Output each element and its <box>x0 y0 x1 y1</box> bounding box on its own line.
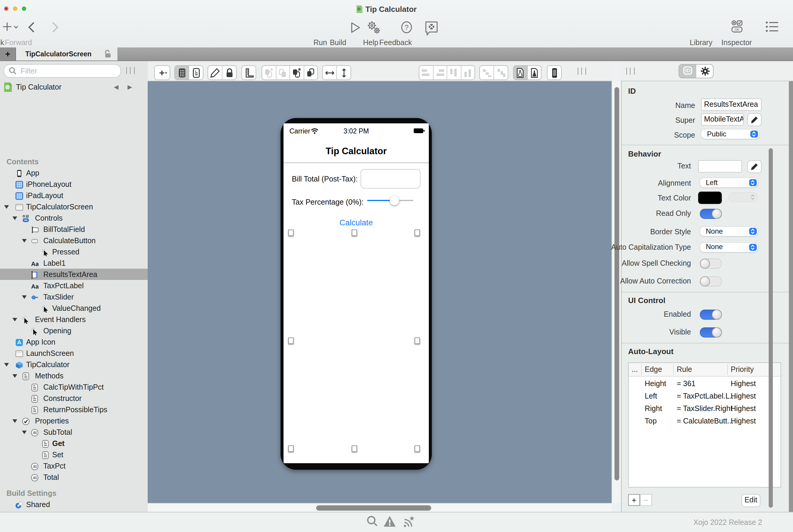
disclosure-down-icon[interactable] <box>13 216 17 220</box>
editor-toolbar-grip-icon[interactable] <box>578 68 586 75</box>
feed-button[interactable] <box>403 515 415 530</box>
tree-item-taxpct[interactable]: .01TaxPct <box>0 460 148 472</box>
super-edit-button[interactable] <box>747 113 761 126</box>
selection-handle[interactable] <box>288 445 294 452</box>
text-edit-button[interactable] <box>747 160 761 173</box>
horizontal-scroll-thumb[interactable] <box>316 505 431 510</box>
tab-inspector-gear[interactable] <box>696 64 713 77</box>
constraint-left-priority[interactable]: Highest <box>731 392 756 400</box>
tree-item-taxpctlabel[interactable]: AaTaxPctLabel <box>0 280 148 291</box>
tree-item-tipcalculatorscreen[interactable]: TipCalculatorScreen <box>0 201 148 212</box>
constraint-top-rule[interactable]: = CalculateButt... <box>677 417 733 425</box>
selection-handle[interactable] <box>415 337 420 344</box>
tree-item-billtotalfield[interactable]: BillTotalField <box>0 224 148 235</box>
constraint-top-edge[interactable]: Top <box>645 417 657 425</box>
tree-item-launchscreen[interactable]: LaunchScreen <box>0 347 148 359</box>
layout-view-button[interactable] <box>175 66 189 79</box>
alignment-dropdown[interactable]: Left <box>700 178 758 187</box>
insert-button[interactable] <box>2 21 21 34</box>
space-horizontal-button[interactable] <box>480 66 493 79</box>
tree-item-controls[interactable]: OKControls <box>0 212 148 224</box>
vertical-scroll-thumb[interactable] <box>614 87 619 480</box>
selection-handle[interactable] <box>288 337 294 344</box>
tree-item-event-handlers[interactable]: Event Handlers <box>0 314 148 325</box>
tree-item-subtotal[interactable]: .01SubTotal <box>0 426 148 438</box>
tree-item-shared[interactable]: Shared <box>0 499 148 510</box>
selection-handle[interactable] <box>288 229 294 236</box>
tab-tipcalculatorscreen[interactable]: TipCalculatorScreen <box>16 48 118 60</box>
name-field[interactable]: ResultsTextArea <box>701 98 761 111</box>
constraint-right-edge[interactable]: Right <box>645 404 662 413</box>
layout-canvas[interactable]: Carrier 3:02 PM Tip Calculator Bill Tota… <box>148 81 611 503</box>
equal-height-button[interactable] <box>336 66 351 79</box>
tree-item-tipcalculator[interactable]: TipCalculator <box>0 359 148 370</box>
disclosure-down-icon[interactable] <box>22 296 27 299</box>
space-vertical-button[interactable] <box>493 66 508 79</box>
tree-item-pressed[interactable]: Pressed <box>0 246 148 258</box>
constraint-height-priority[interactable]: Highest <box>731 380 756 388</box>
zoom-button[interactable] <box>22 6 26 11</box>
bill-total-field[interactable] <box>361 169 420 189</box>
order-back-button[interactable] <box>276 66 289 79</box>
search-project-button[interactable] <box>366 515 378 530</box>
tree-item-constructor[interactable]: Constructor <box>0 393 148 404</box>
tab-inspector-id[interactable]: ID <box>679 64 696 77</box>
history-forward-icon[interactable]: ▶ <box>128 83 132 90</box>
tree-item-properties[interactable]: Properties <box>0 415 148 426</box>
constraint-right-priority[interactable]: Highest <box>731 404 756 413</box>
pencil-button[interactable] <box>208 66 222 79</box>
autolayout-table[interactable]: ...EdgeRulePriorityHeight= 361HighestLef… <box>628 362 781 488</box>
constraint-right-rule[interactable]: = TaxSlider.Right <box>677 404 733 413</box>
insert-control-button[interactable] <box>155 66 170 79</box>
lock-button[interactable] <box>222 66 236 79</box>
library-button[interactable]: OK <box>731 20 742 33</box>
help-button[interactable]: ? <box>400 21 413 35</box>
constraint-height-rule[interactable]: = 361 <box>677 380 695 388</box>
tax-slider[interactable] <box>367 200 413 201</box>
filter-field[interactable] <box>3 64 121 78</box>
disclosure-down-icon[interactable] <box>13 374 17 378</box>
constraint-left-edge[interactable]: Left <box>645 392 657 400</box>
inspector-button[interactable] <box>766 21 779 33</box>
border-style-dropdown[interactable]: None <box>700 227 758 236</box>
remove-constraint-button[interactable]: − <box>640 494 652 506</box>
tree-item-ipadlayout[interactable]: iPadLayout <box>0 190 148 201</box>
inspector-scroll-thumb[interactable] <box>769 148 773 508</box>
disclosure-down-icon[interactable] <box>22 239 27 243</box>
forward-button[interactable] <box>51 21 60 33</box>
read-only-toggle[interactable] <box>700 209 722 219</box>
auto-capitalization-type-dropdown[interactable]: None <box>700 242 758 252</box>
tax-slider-thumb[interactable] <box>390 195 399 205</box>
disclosure-down-icon[interactable] <box>22 431 27 434</box>
back-button[interactable] <box>27 21 37 33</box>
theme-light-button[interactable] <box>514 66 527 79</box>
constraint-left-rule[interactable]: = TaxPctLabel.L... <box>677 392 736 400</box>
device-preview-button[interactable] <box>547 66 561 79</box>
order-forward-button[interactable] <box>289 66 303 79</box>
tree-item-opening[interactable]: Opening <box>0 325 148 336</box>
bill-total-label[interactable]: Bill Total (Post-Tax): <box>292 175 358 183</box>
enabled-toggle[interactable] <box>700 309 722 319</box>
inspector-grip-icon[interactable] <box>626 68 635 75</box>
calculate-button[interactable]: Calculate <box>284 218 429 227</box>
tree-item-returnpossibletips[interactable]: ReturnPossibleTips <box>0 404 148 415</box>
disclosure-down-icon[interactable] <box>4 363 9 366</box>
allow-auto-correction-toggle[interactable] <box>700 276 722 286</box>
allow-spell-checking-toggle[interactable] <box>700 258 722 268</box>
order-front-button[interactable] <box>262 66 276 79</box>
disclosure-down-icon[interactable] <box>13 318 17 321</box>
selection-handle[interactable] <box>415 445 420 452</box>
history-back-icon[interactable]: ◀ <box>114 83 118 90</box>
edit-constraints-button[interactable]: Edit <box>741 494 760 507</box>
run-button[interactable] <box>351 22 361 34</box>
tree-item-calculatebutton[interactable]: CalculateButton <box>0 235 148 246</box>
tree-item-total[interactable]: .01Total <box>0 472 148 483</box>
code-view-button[interactable] <box>189 66 203 79</box>
text-color-swatch[interactable] <box>698 192 722 204</box>
scope-dropdown[interactable]: Public <box>701 129 759 139</box>
text-field[interactable] <box>698 160 742 173</box>
project-row[interactable]: Tip Calculator ◀ ▶ <box>0 81 148 94</box>
tree-item-get[interactable]: Get <box>0 438 148 449</box>
align-right-button[interactable] <box>433 66 447 79</box>
close-button[interactable] <box>4 6 8 11</box>
